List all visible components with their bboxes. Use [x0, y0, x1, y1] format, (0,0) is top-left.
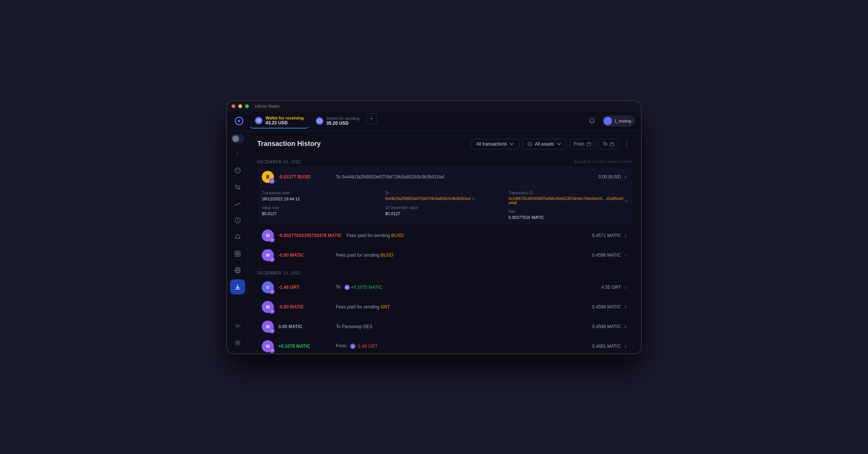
app-container: Wallet for receiving 43.23 USD Wallet fo… [227, 112, 641, 353]
tx-detail-to-label: To [385, 191, 504, 195]
wallet-tab-1[interactable]: Wallet for receiving 43.23 USD [250, 113, 309, 129]
chain-overlay-7: ● [269, 348, 275, 353]
toggle-dot [232, 135, 239, 142]
tx-chevron-5[interactable]: ∨ [624, 304, 627, 310]
calendar-icon [587, 142, 591, 146]
maximize-btn[interactable] [245, 104, 249, 108]
tx-chevron-4[interactable]: ∨ [624, 285, 627, 290]
tx-desc-5: Fees paid for sending GRT [331, 304, 579, 310]
wifi-icon [234, 323, 241, 330]
tx-detail-txid-value: 0x1d967f2c88393d97edfd6c5bb81307de4ec74b… [508, 197, 627, 205]
download-icon [234, 284, 241, 290]
table-row[interactable]: M ● 0.00 MATIC To Paraswap DEX 0.4598 MA… [257, 317, 632, 336]
inline-amount-grt: -1.48 GRT [357, 344, 378, 349]
exchange-icon [234, 184, 241, 191]
from-date-filter[interactable]: From [570, 139, 595, 149]
minimize-btn[interactable] [238, 104, 242, 108]
copy-icon-1[interactable]: ⧉ [472, 197, 475, 201]
assets-filter[interactable]: All assets [522, 139, 567, 149]
transaction-type-filter[interactable]: All transactions [471, 139, 519, 149]
notification-button[interactable] [586, 115, 598, 127]
chain-overlay-2: ● [269, 237, 275, 242]
sidebar-item-wifi[interactable] [230, 319, 245, 334]
tx-icon-busd: B ● [262, 171, 274, 183]
history-icon [234, 217, 241, 224]
more-options-button[interactable]: ⋮ [621, 139, 632, 149]
tx-detail-time-value: 18/12/2022 19:44:12 [262, 197, 381, 201]
table-row[interactable]: G ● -1.48 GRT To M +0.1075 MATIC 4.55 GR… [257, 277, 632, 297]
sidebar-item-settings[interactable] [230, 335, 245, 350]
chevron-down-icon [509, 141, 514, 147]
tx-amount-6: 0.00 MATIC [278, 324, 331, 329]
tx-amount-7: +0.1075 MATIC [278, 344, 331, 349]
tx-desc-6: To Paraswap DEX [331, 324, 579, 329]
tx-desc-1: To 0x44b1fa2f48820e0759d729c9a802b3c9b3b… [331, 174, 579, 180]
close-btn[interactable] [232, 104, 235, 108]
tx-amount-3: -0.00 MATIC [278, 253, 331, 258]
laptop-frame: Infinity Wallet [226, 100, 642, 354]
tx-icon-matic-7: M ● [262, 340, 274, 352]
tx-detail-dec-label: 18 December value [385, 206, 504, 210]
tx-icon-matic-6: M ● [262, 321, 274, 333]
tx-detail-txid-label: Transaction ID [508, 191, 627, 195]
sidebar-item-portfolio[interactable] [230, 163, 245, 178]
add-wallet-button[interactable]: + [366, 113, 377, 124]
sidebar-item-chart[interactable] [230, 196, 245, 211]
table-row[interactable]: M ● -0.00 MATIC Fees paid for sending GR… [257, 297, 632, 317]
wallet-tab-1-info: Wallet for receiving 43.23 USD [266, 116, 304, 126]
tx-balance-2: 0.4571 MATIC [579, 233, 624, 238]
inline-coin-grt: G -1.48 GRT [350, 344, 378, 349]
tx-chevron-2[interactable]: ∨ [624, 233, 627, 238]
sidebar-item-history[interactable] [230, 213, 245, 228]
chain-overlay-6: ● [269, 328, 275, 333]
svg-rect-4 [238, 251, 240, 253]
sidebar-item-exchange[interactable] [230, 180, 245, 195]
sidebar-item-download[interactable] [230, 279, 245, 294]
app-title: Infinity Wallet [255, 104, 280, 108]
wallet-tab-1-icon [255, 117, 263, 124]
svg-rect-5 [235, 254, 237, 256]
table-row[interactable]: M ● -0.00 MATIC Fees paid for sending BU… [257, 245, 632, 265]
transaction-type-label: All transactions [476, 141, 507, 147]
inline-amount-matic: +0.1075 MATIC [351, 285, 382, 290]
content-area: Transaction History All transactions [248, 131, 641, 353]
tx-chevron-1[interactable]: ∧ [624, 174, 627, 180]
wallet-tab-2[interactable]: Wallet for sending 35.20 USD [310, 113, 365, 129]
tx-balance-5: 0.4598 MATIC [579, 304, 624, 310]
tx-balance-4: 4.55 GRT [579, 285, 624, 290]
tx-row-main-1: B ● -0.01277 BUSD To 0x44b1fa2f48820e075… [262, 171, 627, 183]
svg-rect-12 [610, 143, 614, 146]
tx-desc-2: Fees paid for sending BUSD [342, 233, 579, 238]
table-row[interactable]: B ● -0.01277 BUSD To 0x44b1fa2f48820e075… [257, 166, 632, 224]
app-logo [233, 115, 245, 127]
tx-chevron-7[interactable]: ∨ [624, 344, 627, 349]
tx-desc-highlight-2: BUSD [391, 233, 404, 238]
sidebar-item-globe[interactable] [230, 263, 245, 278]
svg-rect-6 [238, 254, 240, 256]
table-row[interactable]: M ● +0.1075 MATIC From G -1.48 GRT 0.468… [257, 336, 632, 353]
sidebar-toggle[interactable] [231, 134, 244, 143]
coin-dot-grt: G [350, 344, 355, 349]
date-group-dec13: DECEMBER 13, 2022 G ● -1.48 GRT To M [257, 268, 632, 353]
sidebar-item-bridge[interactable] [230, 229, 245, 245]
tx-icon-grt: G ● [262, 281, 274, 293]
sidebar-expand-btn[interactable]: › [232, 148, 243, 158]
sidebar-item-grid[interactable] [230, 246, 245, 261]
link-icon [527, 141, 533, 147]
tx-chevron-3[interactable]: ∨ [624, 253, 627, 258]
tx-desc-7: From G -1.48 GRT [331, 343, 579, 349]
portfolio-icon [234, 167, 241, 174]
tx-balance-3: 0.4598 MATIC [579, 253, 624, 258]
calendar-icon-2 [610, 142, 614, 146]
to-date-filter[interactable]: To [598, 139, 618, 149]
tx-chevron-6[interactable]: ∨ [624, 324, 627, 329]
settings-icon [234, 339, 241, 346]
from-label: From [574, 141, 584, 147]
table-row[interactable]: M ● -0.00277016155732478 MATIC Fees paid… [257, 226, 632, 245]
wallet-tab-2-name: Wallet for sending [326, 116, 360, 121]
date-label-dec18: DECEMBER 18, 2022 BALANCE AFTER TRANSACT… [257, 157, 632, 166]
copy-icon-2[interactable]: ⧉ [625, 198, 627, 203]
date-group-dec18: DECEMBER 18, 2022 BALANCE AFTER TRANSACT… [257, 157, 632, 265]
user-badge[interactable]: 1_testing [602, 115, 635, 127]
wallet-tabs: Wallet for receiving 43.23 USD Wallet fo… [250, 113, 582, 129]
